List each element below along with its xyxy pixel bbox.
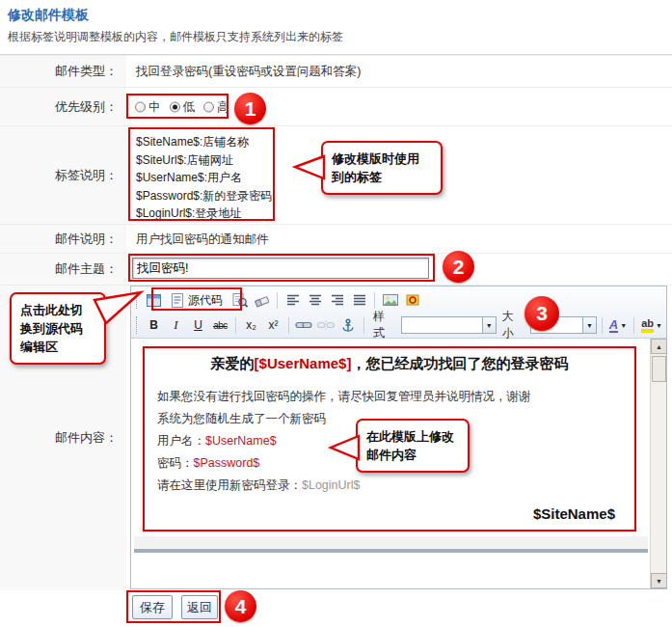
callout-pointer-left [329, 434, 360, 461]
link-icon [295, 319, 312, 331]
radio-low-icon[interactable] [170, 101, 180, 112]
tag-line: $UserName$:用户名 [136, 169, 272, 187]
mail-type-value: 找回登录密码(重设密码或设置问题和答案) [136, 64, 361, 80]
chevron-down-icon[interactable]: ▼ [582, 317, 596, 333]
justify-icon [353, 293, 366, 307]
edit-email-template-page: 修改邮件模板 根据标签说明调整模板的内容，邮件模板只支持系统列出来的标签 邮件类… [0, 0, 672, 627]
radio-high-icon[interactable] [203, 101, 214, 112]
italic-button[interactable]: I [166, 315, 186, 336]
editor-scrollbar[interactable]: ▲ ▼ [650, 339, 666, 588]
insert-flash-button[interactable] [402, 290, 422, 311]
size-combo-label: 大小 [502, 309, 525, 341]
row-mail-description: 邮件说明： 用户找回密码的通知邮件 [0, 224, 672, 253]
align-center-button[interactable] [305, 290, 325, 311]
toolbar-row-2: B I U abc x₂ x² [133, 313, 664, 338]
row-subject: 邮件主题： [0, 253, 672, 285]
flash-icon [405, 293, 420, 307]
toolbar-row-1: 源代码 [133, 287, 664, 313]
editor-toolbar: 源代码 [131, 286, 666, 339]
remove-format-button[interactable] [252, 290, 272, 311]
source-icon [171, 293, 184, 308]
eraser-icon [254, 293, 270, 308]
login-label: 请在这里使用新密码登录： [157, 478, 302, 492]
align-left-button[interactable] [282, 290, 303, 311]
step-badge-3: 3 [524, 296, 559, 331]
content-signature: $SiteName$ [150, 505, 615, 522]
callout-tags: 修改模版时使用 到的标签 [321, 141, 443, 195]
callout-content-text: 邮件内容 [366, 446, 459, 464]
anchor-button[interactable] [338, 315, 359, 336]
image-icon [383, 293, 398, 307]
subscript-button[interactable]: x₂ [241, 315, 261, 336]
callout-tags-text: 修改模版时使用 [332, 150, 432, 168]
callout-source-text: 编辑区 [20, 338, 95, 356]
scroll-down-icon[interactable]: ▼ [651, 573, 667, 588]
tag-line: $SiteName$:店铺名称 [136, 133, 272, 151]
style-select[interactable]: ▼ [401, 316, 497, 334]
toolbar-separator [374, 292, 375, 309]
superscript-button[interactable]: x² [263, 315, 283, 336]
anchor-icon [341, 318, 355, 333]
password-var: $Password$ [194, 456, 260, 470]
style-select-value [402, 317, 482, 333]
content-login-line: 请在这里使用新密码登录：$LoginUrl$ [157, 475, 629, 497]
scrollbar-thumb[interactable] [652, 356, 666, 382]
unlink-icon [317, 319, 335, 331]
step-badge-2: 2 [443, 251, 474, 283]
callout-pointer-left [293, 154, 325, 180]
row-priority: 优先级别： 中 低 高 [0, 87, 672, 125]
priority-option-low[interactable]: 低 [170, 98, 196, 115]
content-paragraph: 如果您没有进行找回密码的操作，请尽快回复管理员并说明情况，谢谢 [157, 386, 629, 408]
row-mail-type: 邮件类型： 找回登录密码(重设密码或设置问题和答案) [0, 55, 672, 87]
style-combo-label: 样式 [373, 309, 396, 341]
preview-button[interactable] [229, 290, 250, 311]
priority-radio-group: 中 低 高 [135, 98, 229, 115]
back-button[interactable]: 返回 [181, 595, 218, 619]
callout-source: 点击此处切 换到源代码 编辑区 [10, 292, 106, 365]
priority-label: 优先级别： [0, 88, 126, 125]
tag-line: $SiteUrl$:店铺网址 [136, 151, 272, 170]
align-left-icon [286, 293, 300, 307]
font-color-button[interactable]: A ▼ [607, 315, 629, 336]
priority-option-high[interactable]: 高 [203, 98, 229, 115]
insert-image-button[interactable] [380, 290, 400, 311]
step-badge-1: 1 [234, 93, 266, 124]
toolbar-separator [602, 317, 603, 334]
strikethrough-button[interactable]: abc [210, 315, 230, 336]
priority-option-medium[interactable]: 中 [135, 98, 161, 115]
bold-button[interactable]: B [144, 315, 164, 336]
priority-option-high-label: 高 [217, 98, 229, 115]
editing-area-bottom-edge [134, 549, 648, 553]
editing-area-footer [134, 536, 648, 549]
page-subtitle: 根据标签说明调整模板的内容，邮件模板只支持系统列出来的标签 [8, 29, 672, 45]
save-button[interactable]: 保存 [132, 595, 173, 619]
callout-tags-text: 到的标签 [332, 168, 432, 186]
underline-button[interactable]: U [188, 315, 208, 336]
password-label: 密码： [157, 456, 194, 470]
subject-input[interactable] [132, 258, 429, 279]
source-code-button[interactable]: 源代码 [166, 290, 228, 311]
priority-option-low-label: 低 [183, 98, 196, 115]
align-center-icon [309, 293, 322, 307]
scroll-up-icon[interactable]: ▲ [651, 339, 667, 354]
maximize-button[interactable] [144, 290, 164, 311]
heading-username-var: [$UserName$] [255, 355, 352, 371]
align-right-button[interactable] [327, 290, 347, 311]
align-right-icon [331, 293, 344, 307]
chevron-down-icon: ▼ [620, 322, 627, 329]
login-url-var: $LoginUrl$ [302, 478, 360, 492]
page-title: 修改邮件模板 [8, 7, 672, 24]
step-badge-4: 4 [225, 590, 256, 622]
preview-icon [232, 293, 248, 308]
maximize-icon [147, 294, 161, 307]
unlink-button[interactable] [316, 315, 336, 336]
justify-button[interactable] [349, 290, 369, 311]
username-label: 用户名： [157, 434, 205, 448]
radio-medium-icon[interactable] [135, 101, 146, 112]
link-button[interactable] [294, 315, 314, 336]
source-code-label: 源代码 [188, 292, 223, 309]
toolbar-separator [235, 317, 236, 334]
highlight-color-button[interactable]: ab ▼ [639, 315, 664, 336]
subject-label: 邮件主题： [0, 254, 126, 285]
chevron-down-icon[interactable]: ▼ [482, 317, 496, 333]
